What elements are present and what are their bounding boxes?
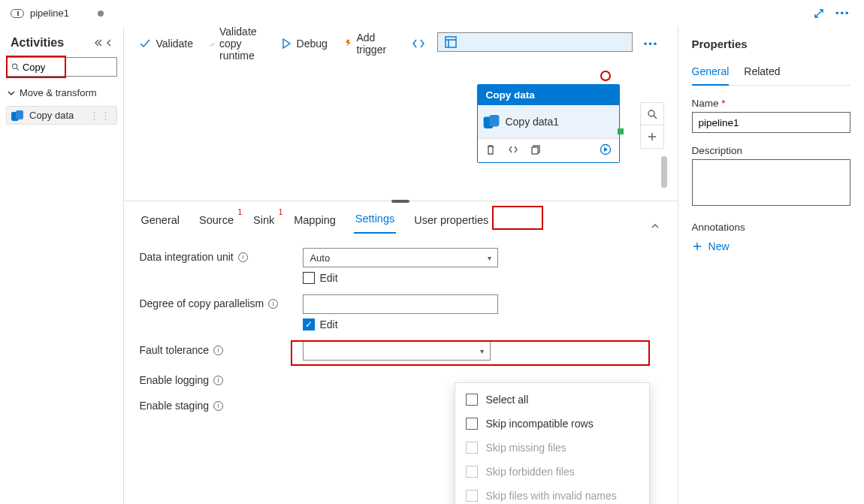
fault-option-skip-invalid: Skip files with invalid names [455,484,649,504]
tab-mapping[interactable]: Mapping [292,210,337,234]
svg-point-0 [13,64,17,68]
canvas-search-icon[interactable] [641,103,663,125]
fault-option-skip-incompatible[interactable]: Skip incompatible rows [455,412,649,436]
svg-point-4 [648,110,654,116]
enable-staging-label: Enable staging [139,400,209,412]
diu-label: Data integration unit [139,251,233,263]
pipeline-tab[interactable]: pipeline1 [0,0,114,26]
description-label: Description [692,145,743,156]
checkbox-icon [466,394,478,406]
tab-source[interactable]: Source1 [198,210,235,234]
chevron-down-icon [8,89,15,97]
node-delete-icon[interactable] [485,144,496,157]
copy-data-icon [484,115,500,128]
node-run-icon[interactable] [600,143,612,158]
node-name-label: Copy data1 [505,116,559,128]
checkbox-icon [303,272,315,284]
panel-resize-handle[interactable] [391,200,409,203]
collapse-double-icon[interactable] [93,38,102,47]
validate-copy-runtime-button[interactable]: Validate copy runtime [210,26,264,62]
title-bar-actions: ••• [813,8,864,20]
parallelism-edit-checkbox[interactable]: ✓Edit [303,318,498,330]
fault-tolerance-select[interactable]: ▾ [303,341,491,361]
info-icon[interactable]: i [213,376,223,385]
fault-tolerance-dropdown: Select all Skip incompatible rows Skip m… [455,382,650,504]
name-label: Name [692,98,719,109]
checkbox-icon [466,490,478,502]
toolbar-more-icon[interactable]: ••• [640,32,663,55]
activities-group-label: Move & transform [20,87,97,98]
collapse-single-icon[interactable] [105,38,113,47]
more-icon[interactable]: ••• [835,8,847,20]
collapse-details-icon[interactable] [648,221,663,234]
properties-tab-general[interactable]: General [692,61,730,86]
enable-logging-label: Enable logging [139,374,209,386]
modified-dot-icon [98,11,104,17]
parallelism-input[interactable] [303,294,498,314]
node-type-label: Copy data [485,89,534,101]
detail-tabs: General Source1 Sink1 Mapping Settings U… [124,201,677,234]
activity-item-label: Copy data [29,110,74,121]
fault-option-skip-missing: Skip missing files [455,436,649,460]
fault-tolerance-label: Fault tolerance [139,344,209,356]
checkbox-checked-icon: ✓ [303,318,315,330]
diu-edit-checkbox[interactable]: Edit [303,272,498,284]
properties-panel-toggle-icon[interactable] [437,32,633,52]
info-icon[interactable]: i [213,346,223,355]
tab-user-properties[interactable]: User properties [412,210,490,234]
canvas-scrollbar[interactable] [661,156,667,188]
pipeline-tab-title: pipeline1 [30,8,69,19]
fault-option-skip-forbidden: Skip forbidden files [455,460,649,484]
checkbox-icon [466,418,478,430]
add-annotation-button[interactable]: New [692,240,850,252]
activities-search-input[interactable] [20,61,112,74]
parallelism-label: Degree of copy parallelism [139,297,264,309]
info-icon[interactable]: i [238,252,248,262]
badge-required: 1 [237,208,242,216]
tab-settings[interactable]: Settings [354,208,396,234]
pipeline-icon [11,9,24,18]
title-bar: pipeline1 ••• [0,0,864,27]
diu-select[interactable]: Auto▾ [303,248,498,267]
info-icon[interactable]: i [268,299,278,309]
pipeline-toolbar: Validate Validate copy runtime Debug Add… [124,27,677,60]
canvas-tools [640,102,664,149]
validation-indicator-icon [600,71,611,81]
properties-panel: Properties General Related Name * Descri… [678,27,864,504]
node-clone-icon[interactable] [530,144,541,157]
checkbox-icon [466,466,478,478]
node-code-icon[interactable] [508,144,518,157]
code-view-icon[interactable] [407,32,430,55]
search-icon [11,62,20,71]
canvas-add-icon[interactable] [641,125,663,148]
info-icon[interactable]: i [213,401,223,411]
copy-data-icon [11,110,23,121]
activities-search[interactable] [6,57,117,77]
properties-tab-related[interactable]: Related [744,61,780,85]
properties-title: Properties [692,38,850,50]
description-textarea[interactable] [692,159,850,206]
drag-grip-icon: ⋮⋮ [89,110,112,121]
tab-general[interactable]: General [139,210,181,234]
chevron-down-icon: ▾ [488,254,491,262]
tab-sink[interactable]: Sink1 [252,210,276,234]
expand-icon[interactable] [813,8,825,20]
fault-option-select-all[interactable]: Select all [455,388,649,412]
debug-button[interactable]: Debug [280,38,328,50]
plus-icon [692,241,702,252]
pipeline-canvas[interactable]: Copy data Copy data1 [124,60,677,201]
badge-required: 1 [279,208,283,216]
activity-item-copy-data[interactable]: Copy data ⋮⋮ [6,106,117,125]
activities-panel: Activities Move & transform Copy data ⋮⋮ [0,27,123,504]
annotations-label: Annotations [692,222,850,233]
activities-title: Activities [11,36,64,50]
chevron-down-icon: ▾ [480,347,484,355]
activities-group-header[interactable]: Move & transform [6,84,117,101]
checkbox-icon [466,442,478,454]
copy-data-node[interactable]: Copy data Copy data1 [477,84,620,163]
validate-button[interactable]: Validate [139,38,193,50]
add-trigger-button[interactable]: Add trigger [344,32,391,56]
svg-rect-1 [446,37,456,47]
output-port[interactable] [618,128,624,134]
name-input[interactable] [692,112,850,133]
